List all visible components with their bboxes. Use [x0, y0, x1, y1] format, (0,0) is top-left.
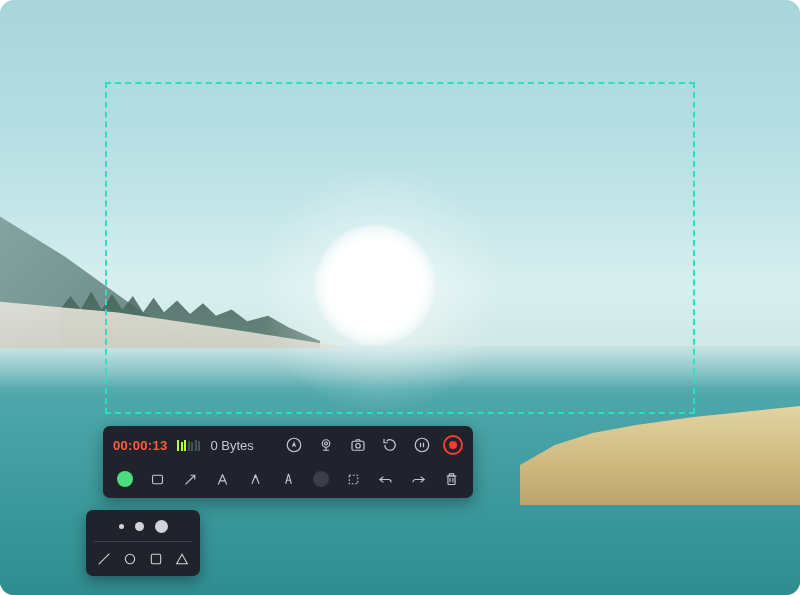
svg-rect-11 [448, 475, 455, 484]
recorder-toolbar: 00:00:13 0 Bytes [103, 426, 473, 498]
screenshot-button[interactable] [347, 434, 369, 456]
undo-button[interactable] [376, 468, 396, 490]
blur-icon [313, 471, 329, 487]
pause-button[interactable] [411, 434, 433, 456]
pen-tool[interactable] [278, 468, 298, 490]
svg-rect-16 [151, 554, 160, 563]
svg-rect-3 [352, 441, 364, 450]
shape-circle[interactable] [122, 550, 138, 568]
shape-triangle[interactable] [174, 550, 190, 568]
capture-selection[interactable] [105, 82, 695, 414]
stroke-size-row [96, 520, 190, 533]
arrow-tool[interactable] [180, 468, 200, 490]
svg-point-1 [322, 440, 330, 448]
audio-level-meter [177, 439, 200, 451]
svg-line-14 [99, 554, 110, 565]
svg-rect-10 [349, 475, 358, 484]
shape-square[interactable] [148, 550, 164, 568]
cursor-highlight-button[interactable] [283, 434, 305, 456]
recording-timer: 00:00:13 [113, 438, 167, 453]
svg-point-2 [325, 442, 328, 445]
file-size: 0 Bytes [210, 438, 253, 453]
shape-picker-popup [86, 510, 200, 576]
stroke-size-medium[interactable] [135, 522, 144, 531]
selection-tool[interactable] [343, 468, 363, 490]
color-picker-tool[interactable] [115, 468, 135, 490]
color-swatch-icon [117, 471, 133, 487]
svg-point-4 [356, 444, 361, 449]
blur-tool[interactable] [311, 468, 331, 490]
text-tool[interactable] [213, 468, 233, 490]
svg-point-5 [415, 438, 429, 452]
shape-line[interactable] [96, 550, 112, 568]
highlighter-tool[interactable] [246, 468, 266, 490]
svg-line-9 [185, 475, 194, 484]
stroke-size-large[interactable] [155, 520, 168, 533]
rectangle-tool[interactable] [148, 468, 168, 490]
delete-button[interactable] [441, 468, 461, 490]
record-stop-button[interactable] [443, 435, 463, 455]
svg-point-15 [125, 554, 134, 563]
shape-row [96, 550, 190, 568]
divider [94, 541, 192, 542]
desktop-background: 00:00:13 0 Bytes [0, 0, 800, 595]
stroke-size-small[interactable] [119, 524, 124, 529]
webcam-button[interactable] [315, 434, 337, 456]
restart-button[interactable] [379, 434, 401, 456]
svg-rect-8 [152, 475, 162, 484]
redo-button[interactable] [409, 468, 429, 490]
